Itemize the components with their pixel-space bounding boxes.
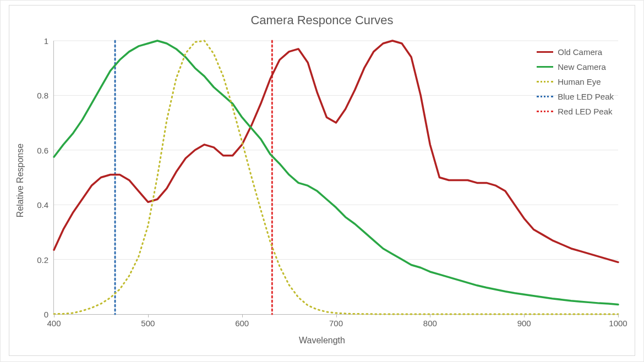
x-tick-label: 500 xyxy=(141,319,155,328)
x-tick-label: 600 xyxy=(235,319,249,328)
legend-swatch xyxy=(537,66,553,68)
series-group xyxy=(54,41,618,314)
y-tick-label: 0.2 xyxy=(37,255,48,264)
legend-swatch xyxy=(537,81,553,83)
legend-label: Blue LED Peak xyxy=(558,92,614,101)
y-tick-label: 0.4 xyxy=(37,200,48,210)
chart-frame: Camera Responce Curves Relative Response… xyxy=(9,5,635,356)
legend-swatch xyxy=(537,111,553,112)
legend: Old CameraNew CameraHuman EyeBlue LED Pe… xyxy=(537,47,614,122)
x-tick-label: 900 xyxy=(517,319,531,328)
page-frame: Camera Responce Curves Relative Response… xyxy=(0,0,644,362)
y-tick-label: 1 xyxy=(44,36,48,46)
y-tick-label: 0 xyxy=(44,310,48,319)
y-tick-label: 0.6 xyxy=(37,145,48,155)
grid-horizontal xyxy=(54,41,618,260)
chart-title: Camera Responce Curves xyxy=(9,13,635,28)
legend-item: New Camera xyxy=(537,62,614,72)
plot-area: 00.20.40.60.81 4005006007008009001000 Ol… xyxy=(53,41,618,315)
x-tick-label: 400 xyxy=(47,319,61,328)
x-tick-label: 1000 xyxy=(609,319,627,328)
x-tick-label: 800 xyxy=(423,319,437,328)
legend-label: Old Camera xyxy=(558,47,602,57)
legend-item: Human Eye xyxy=(537,77,614,86)
y-tick-label: 0.8 xyxy=(37,91,48,100)
series-new-camera xyxy=(54,41,618,305)
legend-swatch xyxy=(537,96,553,97)
legend-item: Blue LED Peak xyxy=(537,92,614,101)
legend-item: Old Camera xyxy=(537,47,614,57)
legend-label: New Camera xyxy=(558,62,606,72)
x-tick-label: 700 xyxy=(329,319,343,328)
y-axis-label: Relative Response xyxy=(15,144,25,217)
x-axis-label: Wavelength xyxy=(9,336,635,345)
legend-label: Human Eye xyxy=(558,77,601,86)
legend-label: Red LED Peak xyxy=(558,107,612,116)
legend-swatch xyxy=(537,51,553,53)
series-old-camera xyxy=(54,41,618,262)
plot-svg xyxy=(54,41,618,314)
legend-item: Red LED Peak xyxy=(537,107,614,116)
reference-lines xyxy=(115,41,272,314)
series-human-eye xyxy=(54,41,618,314)
